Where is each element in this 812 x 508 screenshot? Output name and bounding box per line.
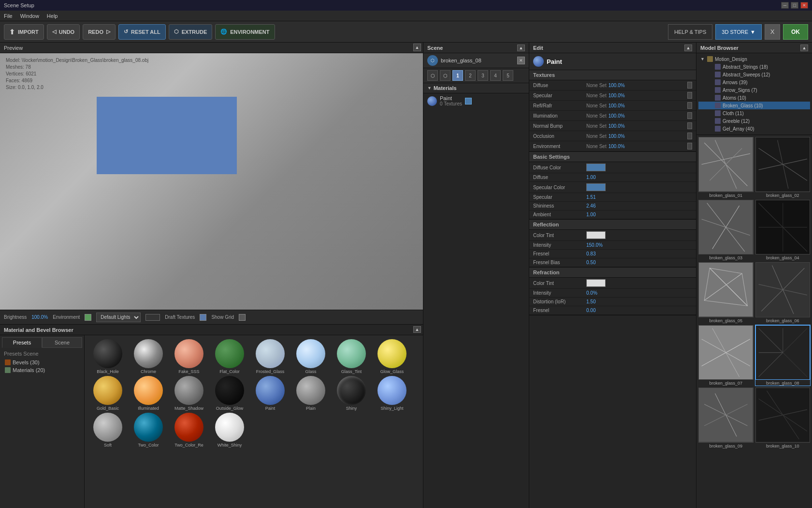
mat-item-matte-shadow[interactable]: Matte_Shadow	[170, 376, 208, 411]
shininess-val[interactable]: 2.46	[586, 203, 595, 209]
texture-specular-drag[interactable]	[687, 92, 692, 99]
thumb-broken-glass-10[interactable]: broken_glass_10	[755, 388, 811, 448]
mtree-item-greeble[interactable]: Greeble (12)	[698, 117, 810, 125]
redo-button[interactable]: REDO ▷	[83, 24, 116, 40]
extrude-button[interactable]: ⬡ EXTRUDE	[169, 24, 213, 40]
refl-fresnel-val[interactable]: 0.83	[586, 251, 595, 256]
texture-refl-drag[interactable]	[687, 102, 692, 109]
refl-intensity-val[interactable]: 150.0%	[586, 242, 603, 248]
show-grid-toggle[interactable]	[239, 314, 246, 321]
help-tips-button[interactable]: HELP & TIPS	[668, 24, 712, 40]
close-button[interactable]: ✕	[800, 2, 808, 9]
scene-collapse-button[interactable]: ▲	[517, 45, 525, 51]
mat-item-glass[interactable]: Glass	[291, 339, 330, 374]
thumb-broken-glass-07[interactable]: broken_glass_07	[698, 325, 754, 386]
tab-scene[interactable]: Scene	[42, 337, 82, 348]
thumb-broken-glass-05[interactable]: broken_glass_05	[698, 262, 754, 323]
mtree-item-abstract-sweeps[interactable]: Abstract_Sweeps (12)	[698, 71, 810, 78]
scene-page-4[interactable]: 4	[490, 70, 501, 81]
mat-item-illuminated[interactable]: Illuminated	[129, 376, 168, 411]
refl-fresnel-bias-val[interactable]: 0.50	[586, 260, 595, 265]
scene-file-close-button[interactable]: ✕	[517, 57, 525, 64]
material-browser-collapse-button[interactable]: ▲	[413, 326, 421, 333]
mat-item-two-color[interactable]: Two_Color	[129, 413, 168, 448]
x-button[interactable]: X	[765, 24, 780, 40]
import-button[interactable]: ⬆ IMPORT	[4, 24, 44, 40]
tree-item-bevels[interactable]: Bevels (30)	[3, 359, 81, 366]
texture-diffuse-pct[interactable]: 100.0%	[609, 83, 625, 88]
undo-button[interactable]: ◁ UNDO	[47, 24, 80, 40]
refr-distortion-val[interactable]: 1.50	[586, 299, 595, 304]
mat-item-soft[interactable]: Soft	[88, 413, 127, 448]
mat-item-black-hole[interactable]: Black_Hole	[88, 339, 127, 374]
mtree-item-arrows[interactable]: Arrows (39)	[698, 78, 810, 86]
preview-collapse-button[interactable]: ▲	[413, 44, 421, 51]
store-button[interactable]: 3D STORE ▼	[715, 24, 762, 40]
mat-item-shiny-light[interactable]: Shiny_Light	[373, 376, 411, 411]
texture-environment-drag[interactable]	[687, 143, 692, 149]
mat-item-outside-glow[interactable]: Outside_Glow	[210, 376, 249, 411]
thumb-broken-glass-03[interactable]: broken_glass_03	[698, 200, 754, 261]
texture-illumination-drag[interactable]	[687, 112, 692, 119]
environment-toggle[interactable]	[85, 314, 91, 321]
mat-item-frosted-glass[interactable]: Frosted_Glass	[251, 339, 290, 374]
color-picker-rect[interactable]	[145, 314, 160, 321]
texture-diffuse-drag[interactable]	[687, 82, 692, 89]
brightness-value[interactable]: 100.0%	[31, 314, 48, 320]
tab-presets[interactable]: Presets	[2, 337, 42, 348]
minimize-button[interactable]: ─	[781, 2, 789, 9]
texture-occlusion-drag[interactable]	[687, 133, 692, 139]
mat-item-plain[interactable]: Plain	[291, 376, 330, 411]
ambient-val[interactable]: 1.00	[586, 212, 595, 217]
texture-refl-pct[interactable]: 100.0%	[609, 103, 625, 108]
mat-item-shiny[interactable]: Shiny	[332, 376, 371, 411]
materials-section-header[interactable]: ▼ Materials	[423, 83, 529, 93]
mat-item-gold-basic[interactable]: Gold_Basic	[88, 376, 127, 411]
mat-item-glow-glass[interactable]: Glow_Glass	[373, 339, 411, 374]
mat-item-paint[interactable]: Paint	[251, 376, 290, 411]
diffuse-color-swatch[interactable]	[586, 164, 606, 171]
edit-collapse-button[interactable]: ▲	[684, 45, 692, 51]
specular-color-swatch[interactable]	[586, 183, 606, 191]
ok-button[interactable]: OK	[783, 24, 808, 40]
scene-page-1[interactable]: 1	[452, 70, 463, 81]
mat-item-glass-tint[interactable]: Glass_Tint	[332, 339, 371, 374]
thumb-broken-glass-06[interactable]: broken_glass_06	[755, 262, 811, 323]
thumb-broken-glass-08[interactable]: broken_glass_08	[755, 325, 811, 386]
draft-textures-toggle[interactable]	[200, 314, 206, 321]
thumb-broken-glass-09[interactable]: broken_glass_09	[698, 388, 754, 448]
mat-item-two-color-re[interactable]: Two_Color_Re	[170, 413, 208, 448]
mtree-item-broken-glass[interactable]: Broken_Glass (10)	[698, 102, 810, 109]
maximize-button[interactable]: □	[791, 2, 798, 9]
scene-page-5[interactable]: 5	[503, 70, 513, 81]
texture-specular-pct[interactable]: 100.0%	[609, 93, 625, 98]
mtree-item-gel-array[interactable]: Gel_Array (40)	[698, 125, 810, 133]
thumb-broken-glass-01[interactable]: broken_glass_01	[698, 137, 754, 198]
mat-item-flat-color[interactable]: Flat_Color	[210, 339, 249, 374]
menu-help[interactable]: Help	[47, 13, 58, 19]
texture-occlusion-pct[interactable]: 100.0%	[609, 134, 625, 139]
texture-environment-pct[interactable]: 100.0%	[609, 144, 625, 149]
scene-page-3[interactable]: 3	[478, 70, 488, 81]
mat-item-white-shiny[interactable]: White_Shiny	[210, 413, 249, 448]
mtree-item-arrow-signs[interactable]: Arrow_Signs (7)	[698, 86, 810, 94]
mat-item-fake-sss[interactable]: Fake_SSS	[170, 339, 208, 374]
specular-val[interactable]: 1.51	[586, 194, 595, 200]
refr-color-tint-swatch[interactable]	[586, 279, 606, 287]
light-select[interactable]: Default Lights	[96, 313, 141, 322]
refr-fresnel-val[interactable]: 0.00	[586, 308, 595, 313]
environment-button[interactable]: 🌐 ENVIRONMENT	[215, 24, 275, 40]
refl-color-tint-swatch[interactable]	[586, 231, 606, 239]
mtree-item-motion-design[interactable]: ▼ Motion_Design	[698, 55, 810, 63]
mtree-item-atoms[interactable]: Atoms (10)	[698, 94, 810, 102]
diffuse-val[interactable]: 1.00	[586, 175, 595, 180]
texture-illumination-pct[interactable]: 100.0%	[609, 113, 625, 119]
tree-item-materials[interactable]: Materials (20)	[3, 366, 81, 374]
mat-item-chrome[interactable]: Chrome	[129, 339, 168, 374]
menu-window[interactable]: Window	[20, 13, 39, 19]
texture-normal-bump-drag[interactable]	[687, 122, 692, 129]
material-item-paint[interactable]: Paint 0 Textures	[423, 93, 529, 108]
refr-intensity-val[interactable]: 0.0%	[586, 290, 597, 296]
thumb-broken-glass-02[interactable]: broken_glass_02	[755, 137, 811, 198]
thumb-broken-glass-04[interactable]: broken_glass_04	[755, 200, 811, 261]
